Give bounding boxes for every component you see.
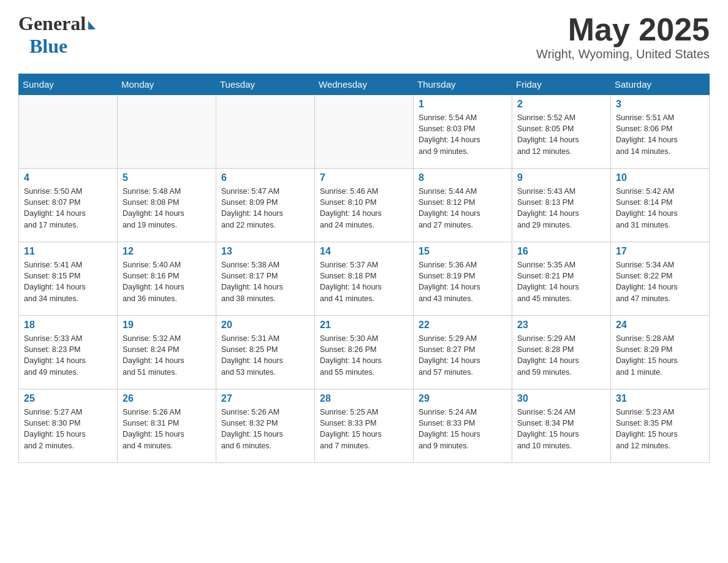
day-number: 25 — [24, 393, 112, 404]
table-row: 19Sunrise: 5:32 AM Sunset: 8:24 PM Dayli… — [118, 316, 216, 389]
day-info: Sunrise: 5:30 AM Sunset: 8:26 PM Dayligh… — [320, 333, 408, 378]
table-row: 27Sunrise: 5:26 AM Sunset: 8:32 PM Dayli… — [216, 389, 315, 463]
table-row: 7Sunrise: 5:46 AM Sunset: 8:10 PM Daylig… — [315, 169, 414, 242]
table-row: 30Sunrise: 5:24 AM Sunset: 8:34 PM Dayli… — [512, 389, 611, 463]
day-info: Sunrise: 5:24 AM Sunset: 8:33 PM Dayligh… — [419, 407, 507, 451]
table-row: 22Sunrise: 5:29 AM Sunset: 8:27 PM Dayli… — [414, 316, 512, 389]
table-row: 25Sunrise: 5:27 AM Sunset: 8:30 PM Dayli… — [19, 389, 118, 463]
table-row: 12Sunrise: 5:40 AM Sunset: 8:16 PM Dayli… — [118, 242, 216, 316]
table-row: 23Sunrise: 5:29 AM Sunset: 8:28 PM Dayli… — [512, 316, 611, 389]
day-number: 9 — [517, 172, 605, 183]
day-number: 31 — [616, 393, 704, 404]
day-info: Sunrise: 5:47 AM Sunset: 8:09 PM Dayligh… — [221, 186, 309, 231]
day-number: 4 — [24, 172, 112, 183]
logo-triangle-icon — [88, 21, 96, 29]
calendar-table: Sunday Monday Tuesday Wednesday Thursday… — [18, 74, 710, 463]
table-row: 10Sunrise: 5:42 AM Sunset: 8:14 PM Dayli… — [611, 169, 710, 242]
table-row — [315, 95, 414, 169]
day-info: Sunrise: 5:42 AM Sunset: 8:14 PM Dayligh… — [616, 186, 704, 231]
table-row — [19, 95, 118, 169]
table-row: 9Sunrise: 5:43 AM Sunset: 8:13 PM Daylig… — [512, 169, 611, 242]
day-info: Sunrise: 5:29 AM Sunset: 8:27 PM Dayligh… — [419, 333, 507, 378]
table-row: 16Sunrise: 5:35 AM Sunset: 8:21 PM Dayli… — [512, 242, 611, 316]
col-saturday: Saturday — [611, 74, 710, 95]
logo-g: G — [18, 12, 34, 35]
calendar-week-row: 25Sunrise: 5:27 AM Sunset: 8:30 PM Dayli… — [19, 389, 710, 463]
day-info: Sunrise: 5:24 AM Sunset: 8:34 PM Dayligh… — [517, 407, 605, 451]
table-row: 15Sunrise: 5:36 AM Sunset: 8:19 PM Dayli… — [414, 242, 512, 316]
day-info: Sunrise: 5:36 AM Sunset: 8:19 PM Dayligh… — [419, 259, 507, 304]
table-row: 24Sunrise: 5:28 AM Sunset: 8:29 PM Dayli… — [611, 316, 710, 389]
col-monday: Monday — [118, 74, 216, 95]
day-number: 3 — [616, 99, 704, 110]
table-row: 1Sunrise: 5:54 AM Sunset: 8:03 PM Daylig… — [414, 95, 512, 169]
page-header: G eneral Blue May 2025 Wright, Wyoming, … — [18, 12, 710, 61]
day-info: Sunrise: 5:46 AM Sunset: 8:10 PM Dayligh… — [320, 186, 408, 231]
calendar-week-row: 18Sunrise: 5:33 AM Sunset: 8:23 PM Dayli… — [19, 316, 710, 389]
table-row: 4Sunrise: 5:50 AM Sunset: 8:07 PM Daylig… — [19, 169, 118, 242]
day-info: Sunrise: 5:40 AM Sunset: 8:16 PM Dayligh… — [123, 259, 211, 304]
day-info: Sunrise: 5:27 AM Sunset: 8:30 PM Dayligh… — [24, 407, 112, 451]
day-info: Sunrise: 5:37 AM Sunset: 8:18 PM Dayligh… — [320, 259, 408, 304]
day-info: Sunrise: 5:50 AM Sunset: 8:07 PM Dayligh… — [24, 186, 112, 231]
col-tuesday: Tuesday — [216, 74, 315, 95]
day-number: 22 — [419, 320, 507, 331]
day-info: Sunrise: 5:34 AM Sunset: 8:22 PM Dayligh… — [616, 259, 704, 304]
day-info: Sunrise: 5:26 AM Sunset: 8:31 PM Dayligh… — [123, 407, 211, 451]
day-info: Sunrise: 5:52 AM Sunset: 8:05 PM Dayligh… — [517, 112, 605, 157]
day-info: Sunrise: 5:48 AM Sunset: 8:08 PM Dayligh… — [123, 186, 211, 231]
day-number: 11 — [24, 246, 112, 257]
day-info: Sunrise: 5:43 AM Sunset: 8:13 PM Dayligh… — [517, 186, 605, 231]
day-number: 21 — [320, 320, 408, 331]
table-row: 6Sunrise: 5:47 AM Sunset: 8:09 PM Daylig… — [216, 169, 315, 242]
table-row: 26Sunrise: 5:26 AM Sunset: 8:31 PM Dayli… — [118, 389, 216, 463]
col-wednesday: Wednesday — [315, 74, 414, 95]
day-info: Sunrise: 5:23 AM Sunset: 8:35 PM Dayligh… — [616, 407, 704, 451]
day-info: Sunrise: 5:33 AM Sunset: 8:23 PM Dayligh… — [24, 333, 112, 378]
calendar-week-row: 4Sunrise: 5:50 AM Sunset: 8:07 PM Daylig… — [19, 169, 710, 242]
table-row: 14Sunrise: 5:37 AM Sunset: 8:18 PM Dayli… — [315, 242, 414, 316]
day-number: 19 — [123, 320, 211, 331]
day-number: 27 — [221, 393, 309, 404]
table-row: 3Sunrise: 5:51 AM Sunset: 8:06 PM Daylig… — [611, 95, 710, 169]
logo-blue-text: Blue — [29, 35, 96, 58]
day-number: 24 — [616, 320, 704, 331]
col-friday: Friday — [512, 74, 611, 95]
table-row: 13Sunrise: 5:38 AM Sunset: 8:17 PM Dayli… — [216, 242, 315, 316]
day-number: 26 — [123, 393, 211, 404]
day-number: 18 — [24, 320, 112, 331]
table-row: 5Sunrise: 5:48 AM Sunset: 8:08 PM Daylig… — [118, 169, 216, 242]
table-row: 2Sunrise: 5:52 AM Sunset: 8:05 PM Daylig… — [512, 95, 611, 169]
location-subtitle: Wright, Wyoming, United States — [536, 47, 710, 61]
day-number: 6 — [221, 172, 309, 183]
day-info: Sunrise: 5:51 AM Sunset: 8:06 PM Dayligh… — [616, 112, 704, 157]
table-row: 17Sunrise: 5:34 AM Sunset: 8:22 PM Dayli… — [611, 242, 710, 316]
day-info: Sunrise: 5:26 AM Sunset: 8:32 PM Dayligh… — [221, 407, 309, 451]
day-number: 30 — [517, 393, 605, 404]
day-info: Sunrise: 5:54 AM Sunset: 8:03 PM Dayligh… — [419, 112, 507, 157]
day-number: 12 — [123, 246, 211, 257]
day-info: Sunrise: 5:35 AM Sunset: 8:21 PM Dayligh… — [517, 259, 605, 304]
day-number: 17 — [616, 246, 704, 257]
day-number: 5 — [123, 172, 211, 183]
calendar-week-row: 1Sunrise: 5:54 AM Sunset: 8:03 PM Daylig… — [19, 95, 710, 169]
day-number: 29 — [419, 393, 507, 404]
day-number: 15 — [419, 246, 507, 257]
table-row: 8Sunrise: 5:44 AM Sunset: 8:12 PM Daylig… — [414, 169, 512, 242]
table-row: 11Sunrise: 5:41 AM Sunset: 8:15 PM Dayli… — [19, 242, 118, 316]
day-info: Sunrise: 5:38 AM Sunset: 8:17 PM Dayligh… — [221, 259, 309, 304]
day-number: 16 — [517, 246, 605, 257]
day-number: 28 — [320, 393, 408, 404]
day-info: Sunrise: 5:32 AM Sunset: 8:24 PM Dayligh… — [123, 333, 211, 378]
calendar-week-row: 11Sunrise: 5:41 AM Sunset: 8:15 PM Dayli… — [19, 242, 710, 316]
table-row: 18Sunrise: 5:33 AM Sunset: 8:23 PM Dayli… — [19, 316, 118, 389]
day-number: 23 — [517, 320, 605, 331]
day-info: Sunrise: 5:25 AM Sunset: 8:33 PM Dayligh… — [320, 407, 408, 451]
table-row — [118, 95, 216, 169]
col-sunday: Sunday — [19, 74, 118, 95]
day-info: Sunrise: 5:41 AM Sunset: 8:15 PM Dayligh… — [24, 259, 112, 304]
day-number: 1 — [419, 99, 507, 110]
title-block: May 2025 Wright, Wyoming, United States — [536, 12, 710, 61]
table-row — [216, 95, 315, 169]
logo: G eneral Blue — [18, 12, 96, 58]
